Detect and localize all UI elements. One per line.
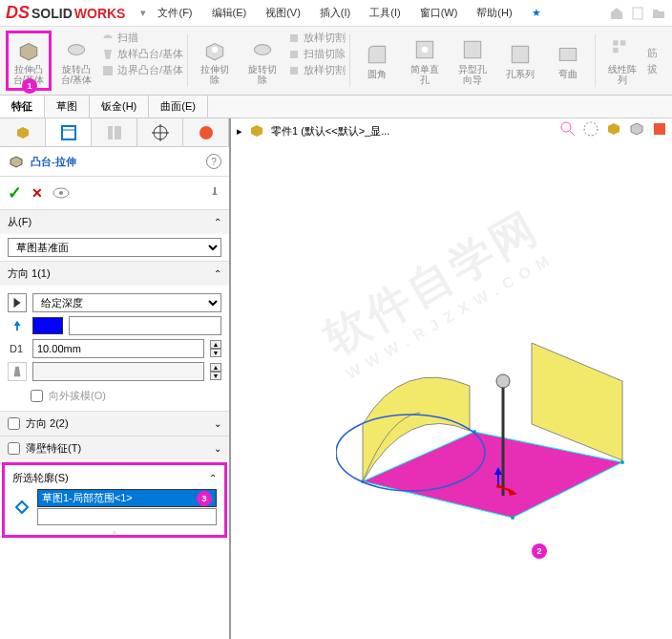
svg-rect-17 [108, 126, 113, 139]
pattern-icon [610, 37, 635, 62]
config-tab[interactable] [92, 118, 137, 146]
contour-header[interactable]: 所选轮廓(S)⌃ [12, 471, 217, 485]
pattern-button[interactable]: 线性阵 列 [599, 31, 645, 91]
feature-actions: ✓ ✕ [0, 177, 229, 209]
quick-access-toolbar [609, 6, 666, 21]
svg-point-39 [496, 374, 510, 388]
svg-marker-35 [532, 343, 622, 460]
menu-file[interactable]: 文件(F) [150, 3, 200, 23]
boss-subgroup: 扫描 放样凸台/基体 边界凸台/基体 [101, 31, 183, 77]
home-icon[interactable] [609, 6, 624, 21]
wrap-button[interactable]: 弯曲 [545, 31, 591, 91]
boundary-button[interactable]: 边界凸台/基体 [101, 63, 183, 77]
hole-series-button[interactable]: 孔系列 [497, 31, 543, 91]
revolve-label: 旋转凸 台/基体 [61, 64, 93, 85]
from-header[interactable]: 从(F)⌃ [0, 210, 229, 234]
reverse-direction-icon[interactable] [8, 293, 27, 312]
color-swatch[interactable] [32, 317, 63, 334]
cut-boundary-button[interactable]: 放样切割 [287, 63, 346, 77]
dir2-header[interactable]: 方向 2(2)⌄ [0, 412, 229, 436]
svg-rect-15 [62, 126, 75, 139]
zoom-fit-icon[interactable] [559, 120, 577, 138]
menu-star[interactable]: ★ [524, 4, 549, 22]
draft-angle-input[interactable] [32, 362, 204, 381]
depth-icon: D1 [8, 339, 27, 358]
menu-insert[interactable]: 插入(I) [312, 3, 358, 23]
end-condition-combo[interactable]: 给定深度 [32, 293, 221, 312]
manager-tabs [0, 118, 229, 147]
revolve-boss-button[interactable]: 旋转凸 台/基体 [53, 31, 99, 91]
svg-point-32 [511, 516, 514, 520]
contour-diamond-icon [12, 498, 32, 517]
sweep-button[interactable]: 扫描 [101, 31, 183, 45]
boundary-icon [101, 64, 115, 77]
chevron-down-icon: ⌄ [214, 443, 221, 454]
new-icon[interactable] [630, 6, 645, 21]
fillet-button[interactable]: 圆角 [354, 31, 400, 91]
cancel-button[interactable]: ✕ [32, 185, 43, 201]
preview-icon[interactable] [52, 187, 70, 199]
tab-surface[interactable]: 曲面(E) [149, 96, 208, 117]
section-view-icon[interactable] [605, 120, 622, 138]
menu-help[interactable]: 帮助(H) [469, 3, 519, 23]
dimxpert-tab[interactable] [137, 118, 183, 146]
svg-point-4 [254, 44, 270, 54]
draft-icon[interactable] [8, 362, 27, 381]
contour-selection-item[interactable]: 草图1-局部范围<1> 3 [37, 489, 217, 507]
menu-window[interactable]: 窗口(W) [412, 3, 466, 23]
feature-tree-tab[interactable] [0, 118, 46, 146]
draft-button[interactable]: 拔 [647, 62, 658, 76]
dir1-header[interactable]: 方向 1(1)⌃ [0, 262, 229, 286]
loft-button[interactable]: 放样凸台/基体 [101, 47, 183, 61]
sweep-icon [101, 32, 115, 45]
depth-spinner[interactable]: ▲▼ [210, 340, 221, 357]
tab-sketch[interactable]: 草图 [45, 96, 90, 117]
tab-sheetmetal[interactable]: 钣金(H) [90, 96, 149, 117]
svg-rect-13 [620, 40, 625, 45]
cube-icon[interactable] [628, 120, 645, 138]
tab-feature[interactable]: 特征 [0, 96, 45, 117]
depth-input[interactable] [32, 339, 204, 358]
pin-icon[interactable] [208, 186, 221, 200]
display-style-icon[interactable] [651, 120, 668, 138]
logo-text-solid: SOLID [32, 6, 73, 21]
menu-tools[interactable]: 工具(I) [362, 3, 408, 23]
dir2-checkbox[interactable] [8, 417, 20, 430]
contour-empty-row[interactable] [37, 508, 217, 525]
cut-loft-button[interactable]: 扫描切除 [287, 47, 346, 61]
ok-button[interactable]: ✓ [8, 182, 22, 203]
revolve-icon [64, 37, 89, 62]
property-tab[interactable] [46, 118, 92, 146]
resize-grip-icon[interactable]: ◦ [95, 529, 134, 535]
appearance-tab[interactable] [183, 118, 229, 146]
cube-icon [14, 124, 32, 141]
cut-loft-icon [287, 48, 301, 61]
cut-sweep-button[interactable]: 放样切割 [287, 31, 346, 45]
open-icon[interactable] [651, 6, 666, 21]
direction-vector-input[interactable] [69, 316, 221, 335]
svg-point-1 [68, 44, 84, 54]
draft-outward-checkbox[interactable] [31, 390, 43, 402]
thin-checkbox[interactable] [8, 442, 20, 455]
menu-edit[interactable]: 编辑(E) [204, 3, 255, 23]
expand-icon[interactable]: ▸ [237, 125, 242, 138]
badge-3: 3 [197, 491, 212, 506]
fillet-icon [365, 42, 389, 67]
loft-icon [101, 48, 115, 61]
extrude-boss-button[interactable]: 拉伸凸 台/基体 1 [6, 31, 52, 91]
menu-view[interactable]: 视图(V) [258, 3, 308, 23]
draft-spinner[interactable]: ▲▼ [210, 363, 221, 380]
hole-wizard-button[interactable]: 异型孔 向导 [450, 31, 495, 91]
graphics-viewport[interactable]: ▸ 零件1 (默认<<默认>_显... [231, 118, 672, 639]
file-dropdown-icon[interactable]: ▾ [140, 7, 146, 19]
simple-hole-button[interactable]: 简单直 孔 [402, 31, 448, 91]
zoom-area-icon[interactable] [582, 120, 599, 138]
cut-revolve-button[interactable]: 旋转切 除 [240, 31, 285, 91]
extrude-feature-icon [8, 153, 25, 170]
help-icon[interactable]: ? [206, 154, 221, 169]
from-combo[interactable]: 草图基准面 [8, 238, 221, 257]
flyout-tree[interactable]: ▸ 零件1 (默认<<默认>_显... [237, 122, 389, 139]
rib-button[interactable]: 筋 [647, 46, 658, 60]
thin-header[interactable]: 薄壁特征(T)⌄ [0, 437, 229, 460]
cut-extrude-button[interactable]: 拉伸切 除 [192, 31, 238, 91]
